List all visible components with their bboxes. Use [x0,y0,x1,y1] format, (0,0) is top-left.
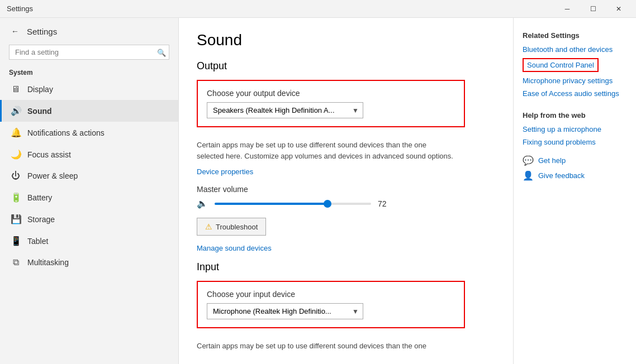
troubleshoot-label: Troubleshoot [216,223,258,231]
sidebar-item-storage[interactable]: 💾 Storage [0,208,178,230]
sidebar-item-label-multitasking: Multitasking [27,258,69,267]
sidebar-header: ← Settings [0,18,178,42]
search-box-container: 🔍 [9,45,169,60]
troubleshoot-button[interactable]: ⚠ Troubleshoot [197,218,266,236]
notifications-icon: 🔔 [11,127,21,138]
sidebar-item-battery[interactable]: 🔋 Battery [0,186,178,208]
give-feedback-icon: 👤 [523,170,534,181]
help-from-web-title: Help from the web [523,111,627,119]
master-volume-row: 🔈 72 [197,198,495,209]
volume-icon: 🔈 [197,198,208,209]
setting-up-mic-link[interactable]: Setting up a microphone [523,125,627,133]
sidebar-item-tablet[interactable]: 📱 Tablet [0,230,178,252]
focus-icon: 🌙 [11,149,21,160]
input-info-text: Certain apps may be set up to use differ… [197,341,454,352]
output-device-select[interactable]: Speakers (Realtek High Definition A... [207,102,363,118]
sidebar-item-sound[interactable]: 🔊 Sound [0,100,178,122]
sidebar-item-power[interactable]: ⏻ Power & sleep [0,165,178,186]
sidebar-item-label-tablet: Tablet [27,237,48,246]
sidebar-item-label-power: Power & sleep [27,171,78,180]
titlebar-controls: ─ ☐ ✕ [554,0,632,18]
sidebar-item-label-focus: Focus assist [27,150,71,159]
maximize-button[interactable]: ☐ [580,0,606,18]
sidebar-item-multitasking[interactable]: ⧉ Multitasking [0,252,178,273]
back-button[interactable]: ← [9,25,21,38]
device-properties-link[interactable]: Device properties [197,167,253,176]
sidebar-system-label: System [0,64,178,79]
tablet-icon: 📱 [11,236,21,246]
manage-sound-link[interactable]: Manage sound devices [197,244,272,252]
sidebar-item-label-notifications: Notifications & actions [27,128,105,137]
get-help-row[interactable]: 💬 Get help [523,155,627,166]
output-device-label: Choose your output device [207,89,455,98]
volume-slider-track[interactable] [215,203,371,205]
output-device-dropdown-wrapper: Speakers (Realtek High Definition A... ▼ [207,102,363,118]
battery-icon: 🔋 [11,192,21,203]
back-icon: ← [11,27,19,36]
sidebar-app-title: Settings [27,27,57,36]
master-volume-value: 72 [378,199,395,208]
display-icon: 🖥 [11,84,21,94]
warning-icon: ⚠ [205,222,212,231]
power-icon: ⏻ [11,171,21,181]
fixing-sound-link[interactable]: Fixing sound problems [523,138,627,146]
give-feedback-link[interactable]: Give feedback [538,171,585,180]
multitasking-icon: ⧉ [11,257,21,267]
input-device-dropdown-wrapper: Microphone (Realtek High Definitio... ▼ [207,303,363,319]
app-body: ← Settings 🔍 System 🖥 Display 🔊 Sound 🔔 … [0,18,636,364]
titlebar-left: Settings [7,4,33,13]
search-icon-button[interactable]: 🔍 [157,48,166,56]
sound-control-panel-link[interactable]: Sound Control Panel [523,58,599,72]
get-help-icon: 💬 [523,155,534,166]
volume-slider-fill [215,203,328,205]
input-section-title: Input [197,261,495,273]
sound-icon: 🔊 [11,106,21,116]
titlebar-title: Settings [7,4,33,13]
output-info-text: Certain apps may be set up to use differ… [197,140,454,161]
microphone-privacy-link[interactable]: Microphone privacy settings [523,76,627,85]
ease-audio-link[interactable]: Ease of Access audio settings [523,89,627,98]
right-panel: Related Settings Bluetooth and other dev… [513,18,636,364]
storage-icon: 💾 [11,214,21,224]
titlebar: Settings ─ ☐ ✕ [0,0,636,18]
sidebar-item-label-display: Display [27,85,53,94]
get-help-link[interactable]: Get help [538,156,566,165]
bluetooth-link[interactable]: Bluetooth and other devices [523,45,627,54]
sidebar: ← Settings 🔍 System 🖥 Display 🔊 Sound 🔔 … [0,18,179,364]
input-device-select[interactable]: Microphone (Realtek High Definitio... [207,303,363,319]
sidebar-item-label-battery: Battery [27,193,52,202]
input-device-label: Choose your input device [207,290,455,299]
output-device-box: Choose your output device Speakers (Real… [197,80,465,127]
related-settings-title: Related Settings [523,31,627,40]
sidebar-item-label-sound: Sound [27,107,52,116]
volume-slider-thumb [324,200,331,208]
page-title: Sound [197,31,495,49]
master-volume-label: Master volume [197,185,495,194]
output-section-title: Output [197,60,495,72]
input-device-box: Choose your input device Microphone (Rea… [197,281,465,328]
help-section: Help from the web Setting up a microphon… [523,111,627,181]
give-feedback-row[interactable]: 👤 Give feedback [523,170,627,181]
minimize-button[interactable]: ─ [554,0,580,18]
sidebar-item-label-storage: Storage [27,215,55,224]
search-input[interactable] [9,45,169,60]
sidebar-item-focus[interactable]: 🌙 Focus assist [0,143,178,165]
content-area: Sound Output Choose your output device S… [179,18,513,364]
sidebar-item-notifications[interactable]: 🔔 Notifications & actions [0,122,178,143]
close-button[interactable]: ✕ [606,0,632,18]
sidebar-item-display[interactable]: 🖥 Display [0,79,178,100]
